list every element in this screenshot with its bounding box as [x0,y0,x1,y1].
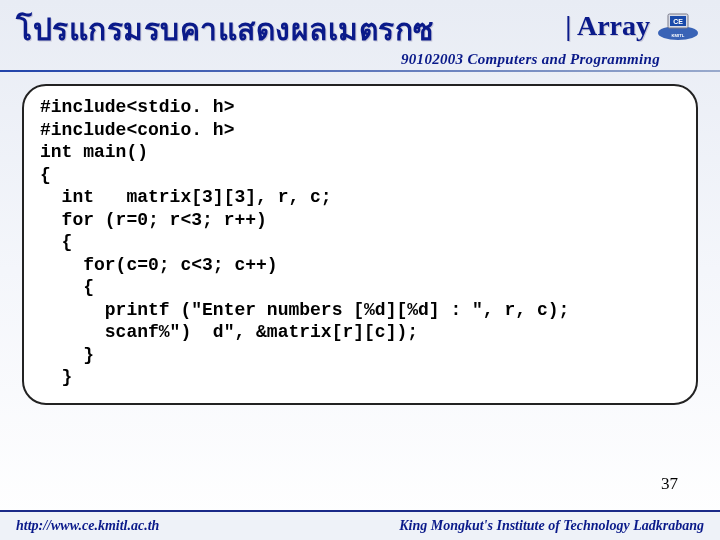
slide-title-left: โปรแกรมรบคาแสดงผลเมตรกซ [16,6,434,53]
svg-text:CE: CE [673,18,683,25]
code-listing: #include<stdio. h> #include<conio. h> in… [40,96,680,389]
ce-kmitl-logo-icon: CE KMITL [656,12,700,42]
slide-title-right: | Array [565,10,650,42]
course-subtitle: 90102003 Computers and Programming [0,51,720,68]
footer-institute: King Mongkut's Institute of Technology L… [399,518,704,534]
slide-header: โปรแกรมรบคาแสดงผลเมตรกซ | Array CE KMITL [0,0,720,55]
header-divider [0,70,720,72]
slide-title-right-wrap: | Array CE KMITL [565,6,700,42]
slide-footer: http://www.ce.kmitl.ac.th King Mongkut's… [0,510,720,540]
svg-text:KMITL: KMITL [672,33,685,38]
page-number: 37 [661,474,678,494]
code-box: #include<stdio. h> #include<conio. h> in… [22,84,698,405]
footer-url: http://www.ce.kmitl.ac.th [16,518,159,534]
